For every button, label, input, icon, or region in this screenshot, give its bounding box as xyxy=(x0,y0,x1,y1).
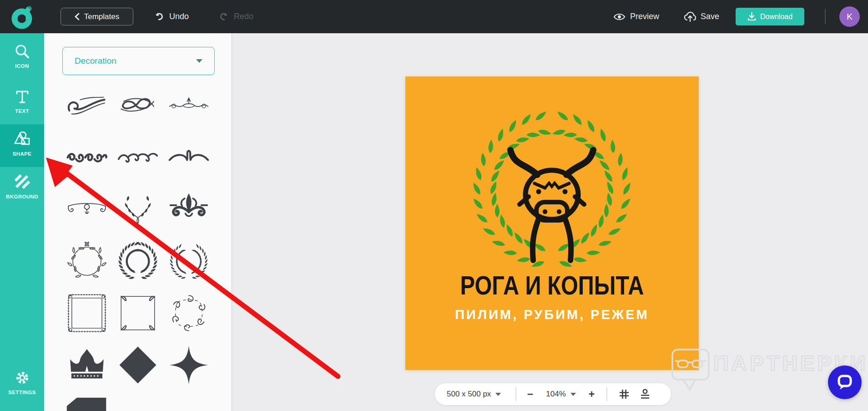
shape-corner-frame[interactable] xyxy=(112,287,163,339)
save-button[interactable]: Save xyxy=(684,0,719,33)
shape-swirl-divider[interactable] xyxy=(112,132,163,183)
save-label: Save xyxy=(701,12,719,21)
templates-label: Templates xyxy=(84,12,119,21)
undo-button[interactable]: Undo xyxy=(154,0,189,33)
shape-heart-swirl-divider[interactable] xyxy=(163,132,214,183)
app-logo-icon[interactable] xyxy=(11,4,36,30)
shape-ornate-divider[interactable] xyxy=(163,80,214,132)
stripes-icon xyxy=(15,174,30,190)
download-button[interactable]: Download xyxy=(736,8,804,25)
pixel-speech-bubble-glasses-icon xyxy=(670,347,712,392)
text-t-icon xyxy=(15,90,30,104)
undo-label: Undo xyxy=(169,12,189,21)
sidebar-item-text-label: TEXT xyxy=(15,108,29,114)
cloud-upload-icon xyxy=(684,11,696,22)
shape-swirl-flourish[interactable] xyxy=(61,80,112,132)
sidebar-item-settings[interactable]: SETTINGS xyxy=(0,364,44,395)
shapes-icon xyxy=(14,131,30,147)
sidebar-item-settings-label: SETTINGS xyxy=(8,390,36,395)
bull-icon xyxy=(510,150,593,260)
sidebar-item-icon-label: ICON xyxy=(15,63,29,69)
chevron-down-icon xyxy=(495,393,501,396)
zoom-in-button[interactable]: + xyxy=(589,389,595,400)
shape-curly-vine-divider[interactable] xyxy=(61,132,112,183)
sidebar-item-bkground-label: BKGROUND xyxy=(6,194,38,199)
sidebar-item-bkground[interactable]: BKGROUND xyxy=(0,168,44,199)
gear-icon xyxy=(15,370,30,386)
shape-crown[interactable] xyxy=(61,339,112,391)
shape-leaf-circle-wreath[interactable] xyxy=(61,235,112,287)
avatar[interactable]: K xyxy=(839,6,860,27)
toolbar-divider xyxy=(606,387,607,401)
canvas-size-value: 500 x 500 px xyxy=(447,390,491,399)
chevron-down-icon xyxy=(196,59,202,63)
shape-infinity-flourish[interactable] xyxy=(112,80,163,132)
shape-damask-ornament[interactable] xyxy=(163,183,214,235)
zoom-out-button[interactable]: − xyxy=(527,389,533,400)
chat-widget-button[interactable] xyxy=(828,365,862,399)
sidebar-item-icon[interactable]: ICON xyxy=(0,37,44,69)
logo-canvas[interactable]: РОГА И КОПЫТА ПИЛИМ, РУБИМ, РЕЖЕМ xyxy=(405,76,699,370)
shape-grid xyxy=(61,80,214,411)
preview-label: Preview xyxy=(630,12,659,21)
grid-icon[interactable] xyxy=(619,389,629,399)
sidebar-item-text[interactable]: TEXT xyxy=(0,83,44,114)
shapes-panel: Decoration xyxy=(44,33,232,411)
magnifier-icon xyxy=(15,44,30,59)
canvas-size-dropdown[interactable]: 500 x 500 px xyxy=(447,390,501,399)
shape-four-point-star[interactable] xyxy=(163,339,214,391)
logo-title-text[interactable]: РОГА И КОПЫТА xyxy=(429,270,676,300)
shape-laurel-wreath-solid[interactable] xyxy=(112,235,163,287)
redo-button[interactable]: Redo xyxy=(218,0,253,33)
undo-icon xyxy=(154,11,165,22)
top-bar: Templates Undo Redo Preview Save xyxy=(0,0,868,33)
avatar-initial: K xyxy=(847,12,853,22)
zoom-toolbar: 500 x 500 px − 104% + xyxy=(435,383,671,405)
chevron-down-icon xyxy=(570,393,576,396)
download-icon xyxy=(747,12,756,21)
chevron-left-icon xyxy=(75,13,80,20)
preview-button[interactable]: Preview xyxy=(613,0,659,33)
redo-icon xyxy=(218,11,229,22)
shape-laurel-wreath-open[interactable] xyxy=(163,235,214,287)
sidebar-item-shape-label: SHAPE xyxy=(13,151,32,157)
shape-laurel-branches-divider[interactable] xyxy=(112,183,163,235)
zoom-level-value: 104% xyxy=(546,390,565,399)
redo-label: Redo xyxy=(234,12,253,21)
logo-subtitle-text[interactable]: ПИЛИМ, РУБИМ, РЕЖЕМ xyxy=(405,307,699,322)
shape-banner-partial[interactable] xyxy=(61,391,112,411)
eye-icon xyxy=(613,12,626,21)
shape-swirl-frame[interactable] xyxy=(163,287,214,339)
zoom-level-dropdown[interactable]: 104% xyxy=(546,390,575,399)
shape-diamond[interactable] xyxy=(112,339,163,391)
shape-bracket-curl-divider[interactable] xyxy=(61,183,112,235)
toolbar-divider xyxy=(515,387,516,401)
templates-button[interactable]: Templates xyxy=(61,8,133,25)
sidebar-item-shape[interactable]: SHAPE xyxy=(0,124,44,167)
chat-bubble-icon xyxy=(836,373,854,391)
topbar-divider xyxy=(825,9,826,24)
category-dropdown[interactable]: Decoration xyxy=(62,47,215,75)
download-label: Download xyxy=(760,13,792,21)
snap-baseline-icon[interactable] xyxy=(640,389,650,400)
logo-artwork[interactable] xyxy=(465,106,638,279)
sidebar: ICON TEXT SHAPE BKGROUND SETTINGS xyxy=(0,33,44,411)
shape-ornate-frame[interactable] xyxy=(61,287,112,339)
category-selected-value: Decoration xyxy=(75,56,116,66)
